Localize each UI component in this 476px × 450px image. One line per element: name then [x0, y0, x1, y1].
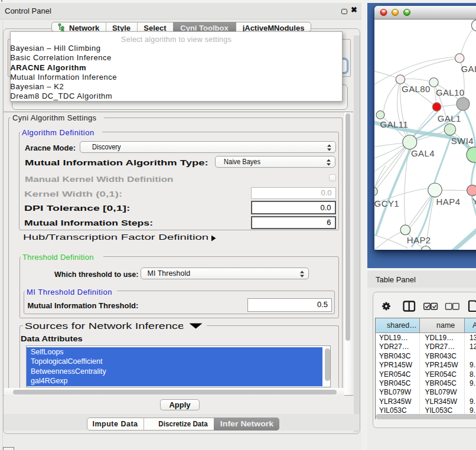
svg-text:GCY1: GCY1 — [374, 198, 399, 208]
svg-text:YM: YM — [472, 196, 476, 206]
svg-text:GAL4: GAL4 — [411, 148, 435, 158]
svg-text:GAL11: GAL11 — [380, 119, 408, 129]
svg-text:HAP4: HAP4 — [436, 197, 460, 207]
svg-text:SWI4: SWI4 — [451, 136, 473, 146]
svg-text:GAL1: GAL1 — [437, 113, 461, 123]
svg-text:GAL80: GAL80 — [402, 83, 431, 93]
svg-text:GAL10: GAL10 — [435, 87, 464, 97]
svg-text:HAP2: HAP2 — [406, 234, 431, 244]
svg-text:GAL7: GAL7 — [461, 63, 476, 73]
